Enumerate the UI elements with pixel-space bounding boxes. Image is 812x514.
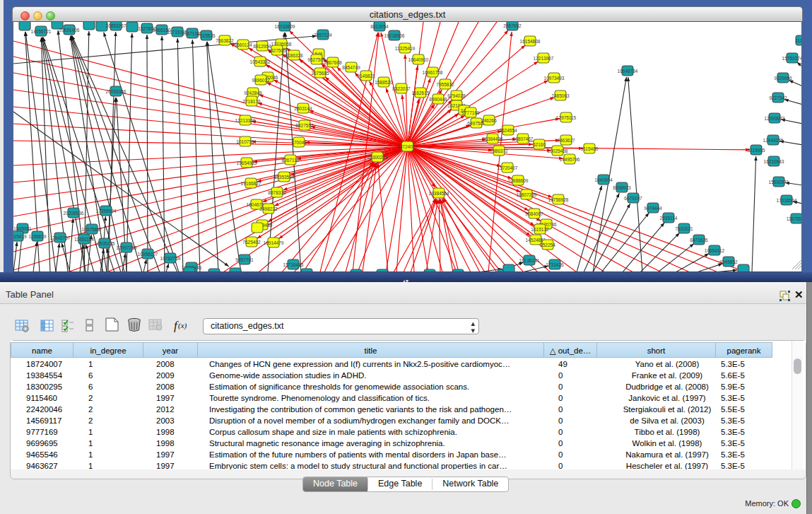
svg-text:16033809: 16033809 bbox=[275, 24, 295, 29]
svg-text:9242848: 9242848 bbox=[244, 90, 262, 95]
svg-text:10688609: 10688609 bbox=[508, 178, 529, 183]
svg-text:8322037: 8322037 bbox=[392, 86, 411, 91]
svg-text:25300275: 25300275 bbox=[367, 155, 388, 160]
svg-text:8471626: 8471626 bbox=[690, 238, 708, 243]
svg-text:19166827: 19166827 bbox=[241, 181, 261, 186]
svg-text:12213967: 12213967 bbox=[534, 56, 554, 61]
svg-text:170046: 170046 bbox=[291, 140, 307, 145]
svg-text:16154808: 16154808 bbox=[520, 39, 541, 44]
svg-text:10543382: 10543382 bbox=[250, 59, 271, 64]
svg-text:16961758: 16961758 bbox=[423, 70, 443, 75]
svg-text:16210643: 16210643 bbox=[764, 159, 784, 164]
svg-text:15692971: 15692971 bbox=[769, 180, 789, 185]
svg-text:14055721: 14055721 bbox=[31, 29, 52, 34]
svg-text:2087682: 2087682 bbox=[503, 23, 522, 28]
svg-text:10807467: 10807467 bbox=[513, 136, 534, 141]
svg-text:12213369: 12213369 bbox=[235, 118, 256, 123]
svg-text:17016504: 17016504 bbox=[777, 198, 797, 203]
svg-text:8427552: 8427552 bbox=[295, 123, 314, 128]
svg-text:7955812: 7955812 bbox=[436, 82, 454, 87]
svg-text:15720407: 15720407 bbox=[498, 165, 518, 170]
svg-text:10958107: 10958107 bbox=[138, 252, 158, 257]
svg-text:8938923: 8938923 bbox=[613, 185, 631, 190]
svg-text:12444155: 12444155 bbox=[763, 138, 784, 143]
svg-text:16914479: 16914479 bbox=[264, 240, 284, 245]
svg-text:6794028: 6794028 bbox=[447, 93, 466, 98]
svg-text:7986372: 7986372 bbox=[490, 148, 508, 153]
svg-text:1010755: 1010755 bbox=[236, 139, 254, 144]
svg-text:1615132: 1615132 bbox=[531, 227, 549, 232]
svg-text:16782759: 16782759 bbox=[160, 256, 181, 261]
svg-text:9115460: 9115460 bbox=[581, 146, 599, 151]
svg-text:20206536: 20206536 bbox=[64, 211, 84, 216]
svg-text:7625402: 7625402 bbox=[242, 240, 261, 245]
svg-text:2935114: 2935114 bbox=[660, 216, 678, 221]
svg-text:8878332: 8878332 bbox=[268, 190, 286, 195]
svg-text:(x): (x) bbox=[178, 321, 187, 330]
svg-text:17957255: 17957255 bbox=[117, 245, 137, 250]
svg-text:2803144: 2803144 bbox=[294, 106, 312, 111]
svg-text:9329966: 9329966 bbox=[774, 76, 792, 81]
svg-text:8660124: 8660124 bbox=[234, 42, 252, 47]
svg-text:18724007: 18724007 bbox=[397, 144, 418, 149]
svg-text:19756928: 19756928 bbox=[548, 197, 569, 202]
svg-text:1588520: 1588520 bbox=[375, 80, 393, 85]
svg-text:11325419: 11325419 bbox=[395, 46, 416, 51]
svg-text:1640954: 1640954 bbox=[594, 177, 613, 182]
svg-text:2718176: 2718176 bbox=[242, 99, 261, 104]
svg-text:11675533: 11675533 bbox=[787, 216, 802, 221]
svg-text:20691406: 20691406 bbox=[59, 28, 80, 33]
svg-text:11122: 11122 bbox=[795, 38, 802, 43]
svg-text:12093873: 12093873 bbox=[765, 116, 785, 121]
svg-text:746266: 746266 bbox=[481, 118, 497, 123]
svg-text:8813054: 8813054 bbox=[370, 24, 389, 29]
svg-text:10654112: 10654112 bbox=[705, 248, 725, 253]
svg-text:1733426: 1733426 bbox=[546, 262, 564, 267]
svg-text:1162615: 1162615 bbox=[412, 90, 430, 95]
svg-text:10853267: 10853267 bbox=[106, 23, 126, 28]
svg-text:252254: 252254 bbox=[540, 243, 555, 247]
svg-text:12975115: 12975115 bbox=[556, 115, 577, 120]
svg-text:7632621: 7632621 bbox=[675, 226, 693, 231]
svg-text:7663822: 7663822 bbox=[216, 38, 234, 43]
svg-text:8215955: 8215955 bbox=[747, 148, 765, 153]
svg-text:20364436: 20364436 bbox=[483, 136, 503, 141]
svg-text:16640910: 16640910 bbox=[408, 57, 429, 62]
svg-text:7485063: 7485063 bbox=[551, 93, 570, 98]
svg-text:3915419: 3915419 bbox=[13, 234, 27, 239]
svg-text:20053346: 20053346 bbox=[106, 89, 126, 94]
svg-text:3675685: 3675685 bbox=[311, 71, 329, 76]
svg-text:16648784: 16648784 bbox=[618, 69, 638, 74]
svg-text:19384554: 19384554 bbox=[429, 191, 449, 196]
svg-text:8990448: 8990448 bbox=[429, 97, 447, 102]
svg-text:17359924: 17359924 bbox=[96, 209, 117, 214]
svg-text:8454749: 8454749 bbox=[342, 65, 360, 70]
svg-text:12505135: 12505135 bbox=[95, 241, 115, 246]
svg-text:9463627: 9463627 bbox=[557, 138, 575, 143]
svg-text:9474444: 9474444 bbox=[644, 206, 662, 211]
svg-text:2867608: 2867608 bbox=[324, 60, 342, 65]
svg-text:10975887: 10975887 bbox=[82, 227, 102, 232]
svg-text:8267110: 8267110 bbox=[282, 158, 300, 163]
svg-text:9245652: 9245652 bbox=[719, 259, 738, 264]
svg-text:9084067: 9084067 bbox=[525, 211, 543, 216]
svg-text:9777169: 9777169 bbox=[461, 110, 480, 115]
svg-text:12353594: 12353594 bbox=[274, 175, 295, 180]
svg-text:15751074: 15751074 bbox=[782, 56, 802, 61]
svg-text:10973493: 10973493 bbox=[544, 76, 565, 81]
svg-text:9457791: 9457791 bbox=[235, 257, 254, 262]
svg-text:18807289: 18807289 bbox=[517, 192, 537, 197]
svg-text:8186328: 8186328 bbox=[285, 53, 303, 58]
svg-text:12942757: 12942757 bbox=[50, 235, 71, 240]
svg-text:9527505: 9527505 bbox=[307, 57, 326, 62]
svg-text:7857224: 7857224 bbox=[314, 33, 332, 37]
svg-text:6679197: 6679197 bbox=[624, 196, 642, 201]
svg-text:15716485: 15716485 bbox=[283, 262, 304, 267]
svg-text:19654983: 19654983 bbox=[237, 160, 257, 165]
svg-text:9327505: 9327505 bbox=[268, 48, 286, 53]
svg-text:14495796: 14495796 bbox=[560, 157, 580, 162]
svg-text:9896012: 9896012 bbox=[252, 78, 270, 83]
svg-text:11451194: 11451194 bbox=[74, 237, 94, 242]
svg-text:10025458: 10025458 bbox=[548, 148, 568, 153]
svg-text:1156819: 1156819 bbox=[29, 234, 47, 239]
